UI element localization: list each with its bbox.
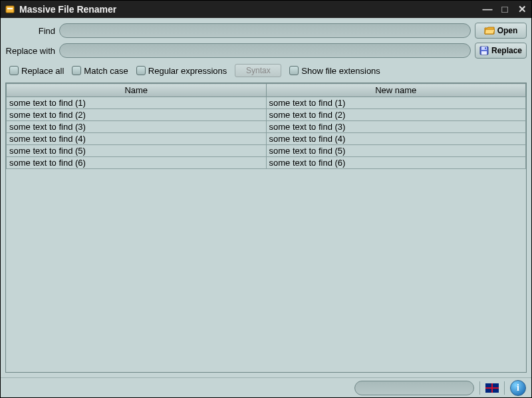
match-case-label: Match case [84, 66, 128, 76]
open-button[interactable]: Open [475, 23, 527, 39]
save-icon [479, 46, 489, 55]
svg-rect-4 [481, 51, 487, 55]
svg-rect-5 [485, 47, 486, 49]
cell-name[interactable]: some text to find (3) [7, 121, 267, 133]
checkbox-icon [72, 66, 81, 75]
cell-new-name[interactable]: some text to find (6) [266, 157, 526, 169]
checkbox-icon [289, 66, 299, 75]
info-button[interactable]: i [510, 380, 526, 396]
replace-row: Replace with Replace [5, 43, 527, 59]
window-title: Massive File Renamer [19, 4, 478, 15]
replace-button-label: Replace [491, 46, 522, 55]
match-case-checkbox[interactable]: Match case [72, 66, 128, 76]
statusbar: i [1, 377, 531, 397]
status-field [354, 381, 474, 395]
regex-label: Regular expressions [148, 66, 227, 76]
find-input[interactable] [59, 23, 471, 38]
close-button[interactable]: ✕ [517, 3, 527, 15]
find-row: Find Open [5, 23, 527, 39]
window-controls: — □ ✕ [482, 3, 527, 15]
cell-name[interactable]: some text to find (6) [7, 157, 267, 169]
table-row[interactable]: some text to find (5)some text to find (… [7, 145, 526, 157]
divider [504, 381, 505, 395]
folder-open-icon [484, 26, 495, 35]
cell-name[interactable]: some text to find (4) [7, 133, 267, 145]
regex-checkbox[interactable]: Regular expressions [136, 66, 227, 76]
app-icon [5, 4, 15, 15]
svg-rect-1 [7, 8, 13, 9]
show-extensions-checkbox[interactable]: Show file extensions [289, 66, 380, 76]
content-area: Find Open Replace with Re [1, 18, 531, 377]
cell-name[interactable]: some text to find (5) [7, 145, 267, 157]
divider [479, 381, 480, 395]
cell-new-name[interactable]: some text to find (3) [266, 121, 526, 133]
table-row[interactable]: some text to find (1)some text to find (… [7, 97, 526, 109]
table-row[interactable]: some text to find (2)some text to find (… [7, 109, 526, 121]
file-table-container: Name New name some text to find (1)some … [5, 83, 527, 373]
replace-all-label: Replace all [21, 66, 64, 76]
cell-new-name[interactable]: some text to find (5) [266, 145, 526, 157]
cell-name[interactable]: some text to find (2) [7, 109, 267, 121]
replace-all-checkbox[interactable]: Replace all [9, 66, 64, 76]
open-button-label: Open [497, 26, 518, 35]
table-row[interactable]: some text to find (6)some text to find (… [7, 157, 526, 169]
cell-name[interactable]: some text to find (1) [7, 97, 267, 109]
replace-button[interactable]: Replace [475, 43, 527, 59]
app-window: Massive File Renamer — □ ✕ Find Open Rep… [0, 0, 532, 398]
cell-new-name[interactable]: some text to find (4) [266, 133, 526, 145]
titlebar[interactable]: Massive File Renamer — □ ✕ [1, 1, 531, 18]
replace-input[interactable] [59, 43, 471, 58]
file-table: Name New name some text to find (1)some … [6, 83, 526, 169]
col-header-name[interactable]: Name [7, 84, 267, 97]
find-label: Find [5, 26, 55, 36]
show-extensions-label: Show file extensions [301, 66, 380, 76]
replace-label: Replace with [5, 46, 55, 56]
checkbox-icon [9, 66, 19, 75]
options-row: Replace all Match case Regular expressio… [5, 63, 527, 79]
maximize-button[interactable]: □ [499, 3, 510, 15]
syntax-button: Syntax [235, 64, 281, 77]
flag-uk-icon[interactable] [485, 383, 499, 393]
table-row[interactable]: some text to find (4)some text to find (… [7, 133, 526, 145]
table-row[interactable]: some text to find (3)some text to find (… [7, 121, 526, 133]
info-icon: i [517, 383, 519, 393]
minimize-button[interactable]: — [482, 3, 493, 15]
checkbox-icon [136, 66, 146, 75]
cell-new-name[interactable]: some text to find (2) [266, 109, 526, 121]
col-header-newname[interactable]: New name [266, 84, 526, 97]
cell-new-name[interactable]: some text to find (1) [266, 97, 526, 109]
